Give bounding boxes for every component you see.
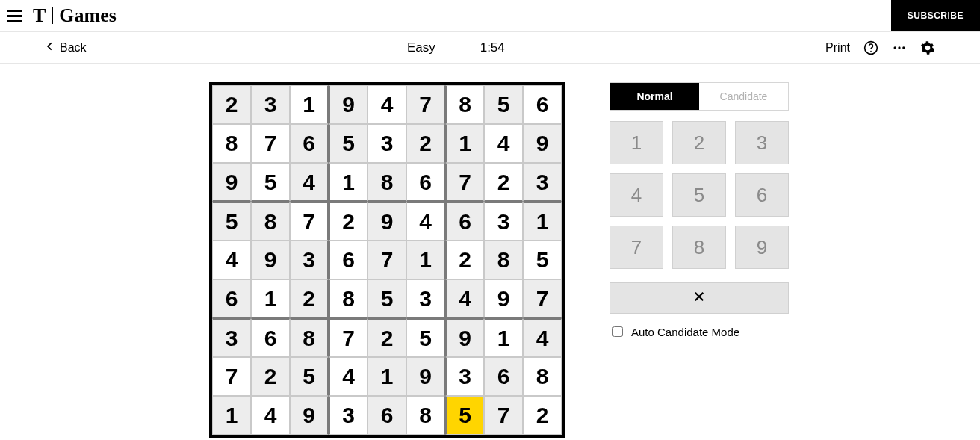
cell-r1-c2[interactable]: 6: [290, 124, 329, 163]
help-icon[interactable]: [863, 40, 878, 55]
cell-r0-c3[interactable]: 9: [329, 85, 368, 124]
cell-r1-c7[interactable]: 4: [484, 124, 523, 163]
cell-r0-c8[interactable]: 6: [523, 85, 562, 124]
brand[interactable]: T Games: [33, 4, 117, 27]
cell-r0-c6[interactable]: 8: [445, 85, 484, 124]
auto-candidate-checkbox[interactable]: [612, 326, 623, 337]
cell-r2-c8[interactable]: 3: [523, 163, 562, 202]
key-5[interactable]: 5: [672, 173, 726, 217]
cell-r6-c6[interactable]: 9: [445, 318, 484, 357]
cell-r5-c4[interactable]: 5: [368, 279, 406, 318]
key-8[interactable]: 8: [672, 226, 726, 269]
cell-r1-c3[interactable]: 5: [329, 124, 368, 163]
cell-r2-c0[interactable]: 9: [212, 163, 251, 202]
cell-r5-c6[interactable]: 4: [445, 279, 484, 318]
cell-r3-c7[interactable]: 3: [484, 202, 523, 241]
cell-r2-c3[interactable]: 1: [329, 163, 368, 202]
cell-r6-c4[interactable]: 2: [368, 318, 406, 357]
cell-r3-c3[interactable]: 2: [329, 202, 368, 241]
cell-r2-c1[interactable]: 5: [251, 163, 290, 202]
cell-r8-c1[interactable]: 4: [251, 396, 290, 435]
key-9[interactable]: 9: [735, 226, 789, 269]
cell-r8-c7[interactable]: 7: [484, 396, 523, 435]
key-4[interactable]: 4: [610, 173, 663, 217]
cell-r3-c6[interactable]: 6: [445, 202, 484, 241]
cell-r4-c0[interactable]: 4: [212, 241, 251, 279]
subscribe-button[interactable]: SUBSCRIBE: [891, 0, 980, 31]
key-2[interactable]: 2: [672, 121, 726, 164]
cell-r4-c8[interactable]: 5: [523, 241, 562, 279]
cell-r5-c8[interactable]: 7: [523, 279, 562, 318]
cell-r7-c3[interactable]: 4: [329, 357, 368, 396]
cell-r0-c5[interactable]: 7: [406, 85, 445, 124]
cell-r8-c6[interactable]: 5: [445, 396, 484, 435]
tab-normal[interactable]: Normal: [610, 83, 699, 110]
key-clear[interactable]: [610, 282, 789, 314]
cell-r1-c5[interactable]: 2: [406, 124, 445, 163]
cell-r0-c4[interactable]: 4: [368, 85, 406, 124]
cell-r2-c4[interactable]: 8: [368, 163, 406, 202]
cell-r1-c8[interactable]: 9: [523, 124, 562, 163]
cell-r4-c7[interactable]: 8: [484, 241, 523, 279]
cell-r7-c5[interactable]: 9: [406, 357, 445, 396]
cell-r2-c6[interactable]: 7: [445, 163, 484, 202]
cell-r1-c6[interactable]: 1: [445, 124, 484, 163]
cell-r0-c2[interactable]: 1: [290, 85, 329, 124]
cell-r5-c7[interactable]: 9: [484, 279, 523, 318]
cell-r3-c2[interactable]: 7: [290, 202, 329, 241]
auto-candidate-row[interactable]: Auto Candidate Mode: [610, 324, 789, 339]
key-3[interactable]: 3: [735, 121, 789, 164]
cell-r7-c0[interactable]: 7: [212, 357, 251, 396]
print-button[interactable]: Print: [825, 41, 850, 55]
key-1[interactable]: 1: [610, 121, 663, 164]
cell-r4-c1[interactable]: 9: [251, 241, 290, 279]
cell-r3-c8[interactable]: 1: [523, 202, 562, 241]
cell-r4-c6[interactable]: 2: [445, 241, 484, 279]
key-7[interactable]: 7: [610, 226, 663, 269]
cell-r4-c3[interactable]: 6: [329, 241, 368, 279]
back-button[interactable]: Back: [45, 41, 87, 55]
cell-r0-c1[interactable]: 3: [251, 85, 290, 124]
cell-r8-c5[interactable]: 8: [406, 396, 445, 435]
cell-r8-c0[interactable]: 1: [212, 396, 251, 435]
more-icon[interactable]: [892, 40, 907, 55]
cell-r0-c7[interactable]: 5: [484, 85, 523, 124]
cell-r6-c5[interactable]: 5: [406, 318, 445, 357]
cell-r5-c2[interactable]: 2: [290, 279, 329, 318]
key-6[interactable]: 6: [735, 173, 789, 217]
cell-r2-c7[interactable]: 2: [484, 163, 523, 202]
cell-r6-c1[interactable]: 6: [251, 318, 290, 357]
cell-r7-c6[interactable]: 3: [445, 357, 484, 396]
cell-r2-c5[interactable]: 6: [406, 163, 445, 202]
cell-r5-c1[interactable]: 1: [251, 279, 290, 318]
cell-r8-c8[interactable]: 2: [523, 396, 562, 435]
cell-r5-c3[interactable]: 8: [329, 279, 368, 318]
menu-icon[interactable]: [4, 7, 25, 25]
cell-r5-c5[interactable]: 3: [406, 279, 445, 318]
cell-r3-c1[interactable]: 8: [251, 202, 290, 241]
cell-r7-c4[interactable]: 1: [368, 357, 406, 396]
cell-r6-c8[interactable]: 4: [523, 318, 562, 357]
cell-r8-c4[interactable]: 6: [368, 396, 406, 435]
gear-icon[interactable]: [920, 40, 935, 55]
cell-r7-c2[interactable]: 5: [290, 357, 329, 396]
cell-r6-c7[interactable]: 1: [484, 318, 523, 357]
cell-r4-c2[interactable]: 3: [290, 241, 329, 279]
cell-r0-c0[interactable]: 2: [212, 85, 251, 124]
cell-r1-c1[interactable]: 7: [251, 124, 290, 163]
cell-r1-c0[interactable]: 8: [212, 124, 251, 163]
cell-r8-c2[interactable]: 9: [290, 396, 329, 435]
cell-r3-c5[interactable]: 4: [406, 202, 445, 241]
cell-r1-c4[interactable]: 3: [368, 124, 406, 163]
cell-r4-c5[interactable]: 1: [406, 241, 445, 279]
cell-r6-c0[interactable]: 3: [212, 318, 251, 357]
cell-r6-c3[interactable]: 7: [329, 318, 368, 357]
cell-r8-c3[interactable]: 3: [329, 396, 368, 435]
cell-r3-c4[interactable]: 9: [368, 202, 406, 241]
cell-r5-c0[interactable]: 6: [212, 279, 251, 318]
cell-r7-c8[interactable]: 8: [523, 357, 562, 396]
cell-r7-c1[interactable]: 2: [251, 357, 290, 396]
cell-r6-c2[interactable]: 8: [290, 318, 329, 357]
cell-r3-c0[interactable]: 5: [212, 202, 251, 241]
cell-r7-c7[interactable]: 6: [484, 357, 523, 396]
